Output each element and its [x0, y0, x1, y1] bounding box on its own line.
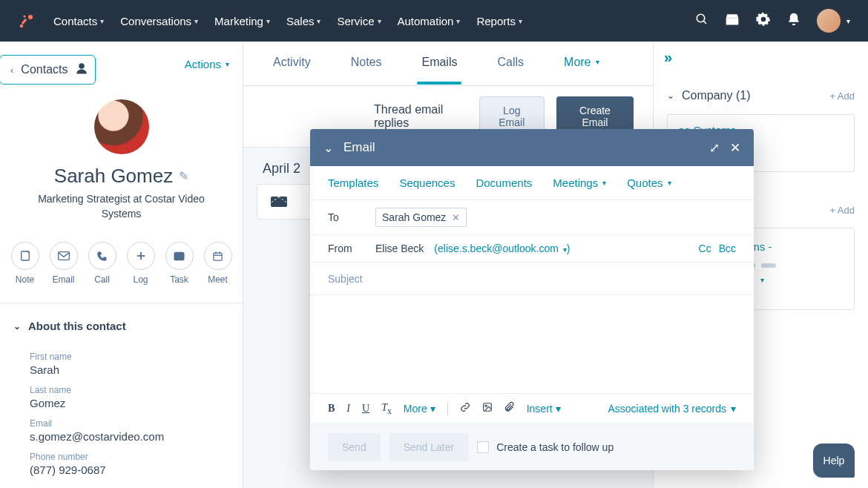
documents-link[interactable]: Documents [476, 177, 532, 189]
tab-activity[interactable]: Activity [273, 56, 311, 72]
meetings-dropdown[interactable]: Meetings▾ [553, 177, 606, 189]
checkbox-icon [477, 441, 489, 453]
templates-link[interactable]: Templates [328, 177, 378, 189]
chevron-down-icon: ▾ [731, 403, 736, 415]
to-label: To [328, 211, 365, 223]
email-body-editor[interactable] [310, 295, 754, 393]
contact-name: Sarah Gomez ✎ [15, 165, 228, 188]
link-button[interactable] [460, 402, 470, 415]
nav-contacts[interactable]: Contacts▾ [53, 15, 104, 27]
nav-service[interactable]: Service▾ [337, 15, 381, 27]
followup-checkbox[interactable]: Create a task to follow up [477, 441, 614, 453]
insert-dropdown[interactable]: Insert ▾ [527, 403, 561, 415]
about-section-toggle[interactable]: ⌄ About this contact [0, 303, 243, 340]
modal-header: ⌄ Email ⤢ ✕ [310, 129, 754, 166]
recipient-chip[interactable]: Sarah Gomez ✕ [375, 208, 467, 227]
email-value[interactable]: s.gomez@costarvideo.com [30, 430, 213, 443]
edit-icon[interactable]: ✎ [179, 169, 188, 183]
nav-marketing[interactable]: Marketing▾ [214, 15, 270, 27]
format-more-dropdown[interactable]: More ▾ [404, 403, 435, 415]
search-icon[interactable] [695, 13, 708, 30]
from-email-dropdown[interactable]: (elise.s.beck@outlook.com ▾) [434, 243, 570, 254]
chevron-down-icon: ▾ [378, 17, 381, 25]
notifications-icon[interactable] [787, 12, 800, 30]
first-name-label: First name [30, 352, 213, 362]
nav-right: ▾ [695, 9, 850, 33]
log-button[interactable]: Log [127, 242, 155, 285]
avatar-icon [817, 9, 841, 33]
chevron-down-icon: ▾ [563, 245, 567, 254]
chevron-down-icon: ▾ [430, 403, 435, 415]
chevron-down-icon: ⌄ [13, 321, 21, 332]
nav-automation[interactable]: Automation▾ [398, 15, 461, 27]
marketplace-icon[interactable] [725, 13, 740, 30]
chevron-down-icon: ▾ [226, 60, 229, 68]
bold-button[interactable]: B [328, 403, 335, 415]
meet-button[interactable]: Meet [204, 242, 232, 285]
email-button[interactable]: Email [50, 242, 78, 285]
add-company-button[interactable]: + Add [829, 90, 855, 102]
contact-sidebar: ‹ Contacts Actions ▾ Sarah Gomez ✎ Marke… [0, 42, 243, 488]
attach-button[interactable] [504, 401, 515, 416]
collapse-sidebar-icon[interactable]: » [664, 49, 669, 66]
note-button[interactable]: Note [11, 242, 39, 285]
tab-emails[interactable]: Emails [421, 56, 457, 72]
nav-sales[interactable]: Sales▾ [286, 15, 321, 27]
call-button[interactable]: Call [88, 242, 116, 285]
chevron-down-icon: ⌄ [667, 90, 674, 101]
expand-icon[interactable]: ⤢ [709, 140, 720, 156]
phone-label: Phone number [30, 452, 213, 462]
chevron-down-icon: ▾ [760, 276, 764, 284]
thread-replies-toggle[interactable]: Thread email replies [374, 103, 467, 130]
chevron-down-icon: ▾ [317, 17, 320, 25]
tab-notes[interactable]: Notes [351, 56, 382, 72]
svg-rect-9 [58, 252, 69, 260]
phone-value[interactable]: (877) 929-0687 [30, 464, 213, 476]
sequences-link[interactable]: Sequences [399, 177, 455, 189]
tab-more[interactable]: More▾ [564, 56, 599, 72]
first-name-value[interactable]: Sarah [30, 363, 213, 376]
image-button[interactable] [482, 402, 493, 415]
send-bar: Send Send Later Create a task to follow … [310, 423, 754, 470]
calendar-icon [204, 242, 232, 270]
close-icon[interactable]: ✕ [730, 140, 740, 156]
add-deal-button[interactable]: + Add [829, 205, 855, 216]
top-nav: Contacts▾ Conversations▾ Marketing▾ Sale… [0, 0, 868, 42]
nav-reports[interactable]: Reports▾ [476, 15, 522, 27]
cc-toggle[interactable]: Cc [699, 243, 711, 254]
svg-point-7 [79, 63, 85, 69]
contact-avatar[interactable] [94, 99, 149, 154]
last-name-label: Last name [30, 385, 213, 395]
format-toolbar: B I U Tx More ▾ Insert ▾ Associated with… [310, 393, 754, 423]
from-label: From [328, 243, 365, 254]
back-to-contacts[interactable]: ‹ Contacts [0, 55, 96, 85]
company-section-header[interactable]: ⌄ Company (1) + Add [667, 79, 855, 110]
chevron-down-icon: ▾ [602, 179, 606, 187]
bcc-toggle[interactable]: Bcc [719, 243, 736, 254]
task-button[interactable]: Task [165, 242, 194, 285]
tab-calls[interactable]: Calls [497, 56, 524, 72]
person-icon [75, 62, 88, 78]
account-menu[interactable]: ▾ [817, 9, 850, 33]
quotes-dropdown[interactable]: Quotes▾ [627, 177, 671, 189]
associated-records-dropdown[interactable]: Associated with 3 records ▾ [608, 403, 736, 415]
task-icon [165, 242, 194, 270]
hubspot-logo-icon[interactable] [18, 12, 36, 30]
nav-conversations[interactable]: Conversations▾ [120, 15, 198, 27]
send-later-button[interactable]: Send Later [389, 433, 469, 461]
chevron-down-icon: ▾ [194, 17, 198, 25]
italic-button[interactable]: I [346, 403, 350, 415]
clear-format-button[interactable]: Tx [381, 402, 392, 416]
minimize-icon[interactable]: ⌄ [323, 141, 333, 155]
subject-field[interactable]: Subject [310, 263, 754, 295]
contact-header: Sarah Gomez ✎ Marketing Strategist at Co… [0, 85, 243, 227]
help-button[interactable]: Help [813, 444, 855, 478]
last-name-value[interactable]: Gomez [30, 397, 213, 409]
actions-dropdown[interactable]: Actions ▾ [185, 58, 229, 70]
underline-button[interactable]: U [362, 403, 369, 415]
chevron-down-icon: ▾ [668, 179, 671, 187]
svg-rect-13 [214, 253, 222, 260]
remove-chip-icon[interactable]: ✕ [452, 212, 460, 223]
settings-icon[interactable] [756, 12, 771, 30]
send-button[interactable]: Send [328, 433, 381, 461]
